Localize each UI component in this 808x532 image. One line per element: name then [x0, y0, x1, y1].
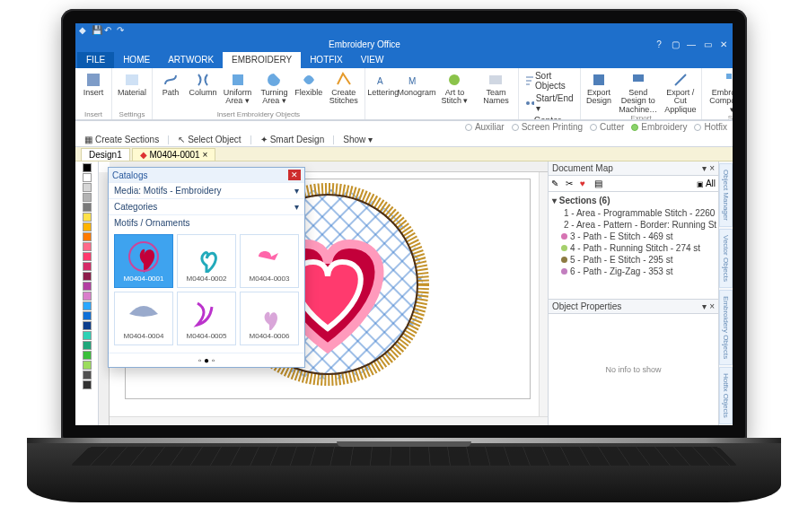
ribbon-collapse-icon[interactable]: ▢ — [670, 39, 681, 49]
catalog-item[interactable]: M0404-0001 — [114, 234, 173, 288]
panel-menu-icon[interactable]: ▾ × — [702, 301, 715, 311]
path-button[interactable]: Path — [156, 70, 185, 106]
palette-swatch[interactable] — [83, 311, 92, 320]
tab-home[interactable]: HOME — [114, 52, 159, 68]
palette-swatch[interactable] — [83, 301, 92, 310]
palette-swatch[interactable] — [83, 193, 92, 202]
doc-tab-design1[interactable]: Design1 — [81, 148, 130, 161]
catalogs-media-row[interactable]: Media: Motifs - Embroidery▾ — [109, 182, 304, 198]
catalogs-pager[interactable]: ◦ ● ◦ — [109, 353, 304, 367]
export-design-button[interactable]: Export Design — [584, 70, 613, 114]
palette-swatch[interactable] — [83, 252, 92, 261]
create-sections-button[interactable]: ▦ Create Sections — [81, 134, 162, 145]
lettering-button[interactable]: ALettering — [369, 70, 398, 106]
catalog-item[interactable]: M0404-0004 — [114, 292, 173, 345]
catalog-item[interactable]: M0404-0005 — [177, 292, 236, 345]
palette-swatch[interactable] — [83, 351, 92, 360]
palette-swatch[interactable] — [83, 321, 92, 330]
section-node[interactable]: 4 - Path - Running Stitch - 274 st — [552, 242, 716, 254]
select-object-button[interactable]: ↖ Select Object — [174, 134, 244, 145]
opt-hotfix[interactable]: Hotfix — [694, 122, 727, 132]
ribbon-tabs: FILE HOME ARTWORK EMBROIDERY HOTFIX VIEW — [75, 52, 733, 68]
opt-embroidery[interactable]: Embroidery — [631, 122, 687, 132]
scrollbar-horizontal[interactable] — [110, 416, 548, 425]
maximize-icon[interactable]: ▭ — [702, 39, 713, 49]
palette-swatch[interactable] — [83, 380, 92, 389]
palette-swatch[interactable] — [83, 222, 92, 231]
catalogs-close-icon[interactable]: ✕ — [288, 170, 301, 180]
section-node[interactable]: 1 - Area - Programmable Stitch - 2260 st — [552, 207, 716, 219]
section-node[interactable]: 2 - Area - Pattern - Border: Running Sti… — [552, 219, 716, 231]
uniform-area-button[interactable]: Uniform Area ▾ — [221, 70, 254, 106]
all-toggle[interactable]: ▣ All — [697, 179, 716, 188]
layers-icon[interactable]: ▤ — [594, 179, 605, 189]
palette-swatch[interactable] — [83, 361, 92, 370]
vertical-tab[interactable]: Hotfix Objects — [719, 367, 733, 424]
art-to-stitch-button[interactable]: Art to Stitch ▾ — [435, 70, 473, 106]
tab-artwork[interactable]: ARTWORK — [159, 52, 223, 68]
smart-design-button[interactable]: ✦ Smart Design — [257, 134, 329, 145]
palette-swatch[interactable] — [83, 341, 92, 350]
material-button[interactable]: Material — [116, 70, 148, 97]
create-stitches-button[interactable]: Create Stitches — [327, 70, 361, 106]
palette-swatch[interactable] — [83, 183, 92, 192]
export-cut-button[interactable]: Export / Cut Applique — [663, 70, 698, 114]
palette-swatch[interactable] — [83, 292, 92, 301]
team-names-button[interactable]: Team Names — [478, 70, 515, 106]
scrollbar-vertical[interactable] — [539, 172, 548, 416]
palette-swatch[interactable] — [83, 262, 92, 271]
opt-cutter[interactable]: Cutter — [590, 122, 624, 132]
help-icon[interactable]: ? — [654, 39, 664, 49]
palette-swatch[interactable] — [83, 203, 92, 212]
palette-swatch[interactable] — [83, 331, 92, 340]
sort-objects-button[interactable]: Sort Objects — [523, 70, 576, 92]
doc-tab-current[interactable]: ◆ M0404-0001 × — [132, 148, 216, 161]
panel-menu-icon[interactable]: ▾ × — [702, 163, 715, 173]
save-icon[interactable]: 💾 — [92, 25, 101, 34]
palette-swatch[interactable] — [83, 173, 92, 182]
palette-swatch[interactable] — [83, 371, 92, 379]
palette-swatch[interactable] — [83, 272, 92, 281]
palette-swatch[interactable] — [83, 232, 92, 241]
show-menu[interactable]: Show ▾ — [339, 134, 376, 145]
canvas[interactable]: Catalogs✕ Media: Motifs - Embroidery▾ Ca… — [99, 161, 548, 425]
close-tab-icon[interactable]: × — [202, 150, 207, 160]
tab-view[interactable]: VIEW — [352, 52, 393, 68]
pen-icon[interactable]: ✎ — [551, 179, 562, 189]
palette-swatch[interactable] — [83, 282, 92, 291]
flexible-button[interactable]: Flexible — [294, 70, 323, 106]
palette-swatch[interactable] — [83, 213, 92, 222]
heart-icon[interactable]: ♥ — [580, 179, 591, 189]
redo-icon[interactable]: ↷ — [117, 25, 126, 34]
column-button[interactable]: Column — [189, 70, 217, 106]
palette-swatch[interactable] — [83, 242, 92, 251]
scissors-icon[interactable]: ✂ — [566, 179, 576, 189]
catalog-item[interactable]: M0404-0006 — [240, 292, 299, 345]
send-to-machine-button[interactable]: Send Design to Machine… — [617, 70, 660, 114]
tab-file[interactable]: FILE — [77, 52, 114, 68]
embroidery-components-button[interactable]: Embroidery Components ▾ — [706, 70, 733, 114]
undo-icon[interactable]: ↶ — [104, 25, 113, 34]
catalogs-path-row[interactable]: Motifs / Ornaments — [109, 214, 304, 231]
insert-button[interactable]: Insert — [79, 70, 108, 97]
tab-embroidery[interactable]: EMBROIDERY — [223, 52, 301, 68]
opt-auxiliar[interactable]: Auxiliar — [465, 122, 505, 132]
turning-area-button[interactable]: Turning Area ▾ — [258, 70, 290, 106]
catalog-item[interactable]: M0404-0002 — [177, 234, 236, 288]
minimize-icon[interactable]: — — [686, 39, 697, 49]
start-end-button[interactable]: Start/End ▾ — [523, 92, 576, 114]
catalog-item[interactable]: M0404-0003 — [240, 234, 299, 288]
close-icon[interactable]: ✕ — [718, 39, 729, 49]
opt-screen-printing[interactable]: Screen Printing — [512, 122, 583, 132]
vertical-tab[interactable]: Embroidery Objects — [719, 290, 733, 365]
monogram-button[interactable]: MMonogram — [401, 70, 433, 106]
palette-swatch[interactable] — [83, 163, 92, 172]
section-node[interactable]: 5 - Path - E Stitch - 295 st — [552, 254, 716, 266]
vertical-tab[interactable]: Vector Objects — [719, 229, 733, 288]
catalogs-categories-row[interactable]: Categories▾ — [109, 198, 304, 214]
tab-hotfix[interactable]: HOTFIX — [301, 52, 352, 68]
section-node[interactable]: 3 - Path - E Stitch - 469 st — [552, 231, 716, 242]
document-map-tree[interactable]: ▾ Sections (6) 1 - Area - Programmable S… — [549, 192, 718, 300]
vertical-tab[interactable]: Object Manager — [719, 163, 733, 227]
section-node[interactable]: 6 - Path - Zig-Zag - 353 st — [552, 266, 716, 277]
